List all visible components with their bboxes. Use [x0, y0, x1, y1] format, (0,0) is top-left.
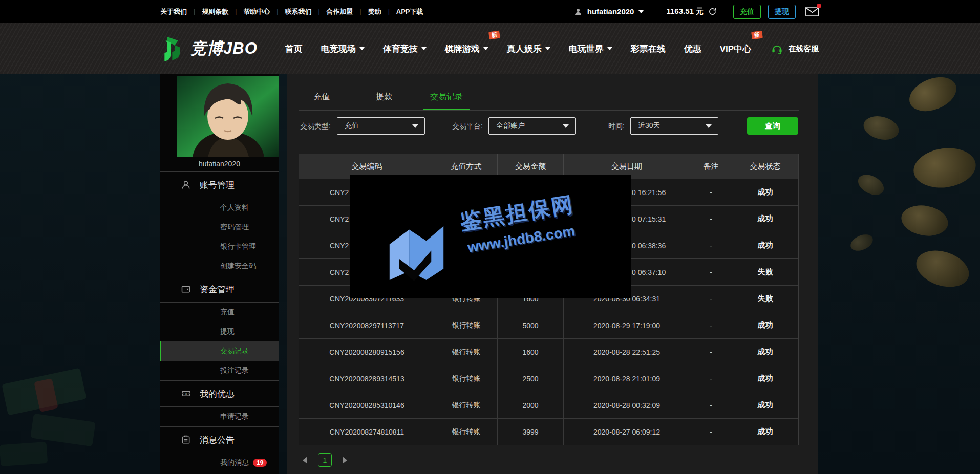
sidebar-item-7[interactable]: 充值	[160, 303, 279, 322]
cell-note: -	[690, 365, 732, 392]
sidebar-item-label: 投注记录	[220, 366, 249, 375]
sidebar-item-13[interactable]: 消息公告	[160, 427, 279, 453]
user-icon	[180, 180, 191, 190]
sidebar-item-3[interactable]: 密码管理	[160, 218, 279, 237]
cell-method: 银行转账	[435, 392, 498, 418]
platform-select[interactable]: 全部账户	[488, 117, 576, 135]
sidebar-item-12[interactable]: 申请记录	[160, 407, 279, 426]
sidebar-item-6[interactable]: 资金管理	[160, 276, 279, 302]
sidebar-item-label: 资金管理	[200, 284, 235, 295]
recharge-button[interactable]: 充值	[733, 5, 761, 19]
online-service[interactable]: 在线客服	[771, 43, 819, 55]
table-row: CNY202008285310146银行转账20002020-08-28 00:…	[299, 392, 798, 418]
cell-method: 银行转账	[435, 419, 498, 445]
cell-status: 成功	[732, 392, 798, 418]
coins-decoration	[816, 72, 980, 307]
cell-note: -	[690, 286, 732, 312]
sidebar-username: hufatian2020	[160, 157, 279, 171]
filter-row: 交易类型: 充值 交易平台: 全部账户 时间: 近30天 查询	[287, 117, 818, 136]
column-header-5: 备注	[690, 154, 732, 179]
withdraw-button[interactable]: 提现	[768, 5, 796, 19]
nav-item-6[interactable]: 电玩世界	[560, 39, 622, 59]
sidebar: hufatian2020 账号管理个人资料密码管理银行卡管理创建安全码资金管理充…	[160, 74, 279, 474]
cell-amount: 1600	[498, 339, 564, 365]
nav-item-3[interactable]: 体育竞技	[374, 39, 436, 59]
sidebar-item-label: 交易记录	[220, 347, 249, 356]
time-value: 近30天	[638, 121, 661, 131]
sidebar-item-2[interactable]: 个人资料	[160, 198, 279, 218]
topbar-link-7[interactable]: APP下载	[396, 7, 423, 16]
platform-value: 全部账户	[496, 121, 525, 131]
sidebar-item-11[interactable]: ¥我的优惠	[160, 381, 279, 406]
cell-status: 失败	[732, 286, 798, 312]
nav-item-7[interactable]: 彩票在线	[622, 39, 675, 59]
sidebar-item-1[interactable]: 账号管理	[160, 172, 279, 198]
user-menu[interactable]: hufatian2020	[573, 7, 644, 16]
watermark-overlay: 鉴黑担保网 www.jhdb8.com	[350, 175, 631, 298]
cell-date: 2020-08-28 00:32:09	[564, 392, 690, 418]
search-button[interactable]: 查询	[747, 117, 798, 135]
topbar-link-3[interactable]: 帮助中心	[243, 7, 270, 16]
sidebar-item-4[interactable]: 银行卡管理	[160, 237, 279, 256]
tab-1[interactable]: 充值	[290, 87, 353, 110]
money-decoration	[0, 300, 154, 474]
topbar-link-5[interactable]: 合作加盟	[327, 7, 353, 16]
time-select[interactable]: 近30天	[630, 117, 718, 135]
nav-item-9[interactable]: VIP中心新	[711, 39, 760, 59]
sidebar-item-10[interactable]: 投注记录	[160, 361, 279, 380]
coin-decoration	[848, 231, 875, 254]
sidebar-item-label: 密码管理	[220, 223, 249, 232]
sidebar-item-5[interactable]: 创建安全码	[160, 256, 279, 276]
sidebar-item-label: 充值	[220, 308, 235, 317]
sidebar-item-9[interactable]: 交易记录	[160, 341, 279, 361]
nav-item-2[interactable]: 电竞现场	[312, 39, 374, 59]
chevron-down-icon	[638, 10, 644, 13]
app-window: 关于我们|规则条款|帮助中心|联系我们|合作加盟|赞助|APP下载 hufati…	[0, 0, 980, 474]
notice-icon	[180, 435, 191, 445]
prev-page-icon[interactable]	[303, 457, 307, 464]
table-row: CNY202008274810811银行转账39992020-08-27 06:…	[299, 418, 798, 445]
nav-item-label: 电玩世界	[569, 43, 604, 55]
page-number[interactable]: 1	[318, 453, 332, 467]
main-navbar: 竞博JBO 首页电竞现场体育竞技棋牌游戏新真人娱乐电玩世界彩票在线优惠VIP中心…	[0, 23, 980, 74]
cell-status: 成功	[732, 312, 798, 338]
cell-status: 失败	[732, 259, 798, 285]
headset-icon	[771, 43, 783, 55]
nav-item-8[interactable]: 优惠	[675, 39, 711, 59]
separator: |	[360, 8, 361, 15]
separator: |	[388, 8, 390, 15]
sidebar-item-8[interactable]: 提现	[160, 322, 279, 341]
topbar-link-4[interactable]: 联系我们	[285, 7, 311, 16]
cell-amount: 2000	[498, 392, 564, 418]
time-label: 时间:	[608, 122, 625, 131]
nav-item-1[interactable]: 首页	[276, 39, 312, 59]
topbar-right: hufatian2020 1163.51 元 充值 提现	[573, 5, 820, 19]
cell-note: -	[690, 312, 732, 338]
nav-item-4[interactable]: 棋牌游戏新	[436, 39, 498, 59]
wallet-icon	[180, 284, 191, 294]
topbar-link-6[interactable]: 赞助	[368, 7, 381, 16]
sidebar-item-14[interactable]: 我的消息19	[160, 453, 279, 472]
tab-2[interactable]: 提款	[353, 87, 415, 110]
balance-amount: 1163.51 元	[666, 7, 704, 16]
nav-item-5[interactable]: 真人娱乐	[498, 39, 560, 59]
mail-icon[interactable]	[805, 6, 820, 17]
refresh-icon[interactable]	[708, 7, 717, 16]
next-page-icon[interactable]	[343, 457, 347, 464]
cell-note: -	[690, 339, 732, 365]
nav-item-label: 优惠	[684, 43, 701, 55]
tab-3[interactable]: 交易记录	[415, 87, 478, 110]
sidebar-item-label: 消息公告	[200, 434, 235, 446]
topbar-links: 关于我们|规则条款|帮助中心|联系我们|合作加盟|赞助|APP下载	[160, 7, 423, 16]
sidebar-item-label: 创建安全码	[220, 262, 256, 271]
transaction-type-label: 交易类型:	[300, 122, 331, 131]
topbar-inner: 关于我们|规则条款|帮助中心|联系我们|合作加盟|赞助|APP下载 hufati…	[160, 0, 820, 23]
site-logo[interactable]: 竞博JBO	[160, 34, 258, 63]
topbar-link-1[interactable]: 关于我们	[160, 7, 187, 16]
topbar-link-2[interactable]: 规则条款	[202, 7, 228, 16]
cell-method: 银行转账	[435, 339, 498, 365]
sidebar-item-label: 申请记录	[220, 412, 249, 421]
transaction-type-select[interactable]: 充值	[337, 117, 425, 135]
sidebar-menu: 账号管理个人资料密码管理银行卡管理创建安全码资金管理充值提现交易记录投注记录¥我…	[160, 171, 279, 472]
table-row: CNY202008297113717银行转账50002020-08-29 17:…	[299, 312, 798, 338]
